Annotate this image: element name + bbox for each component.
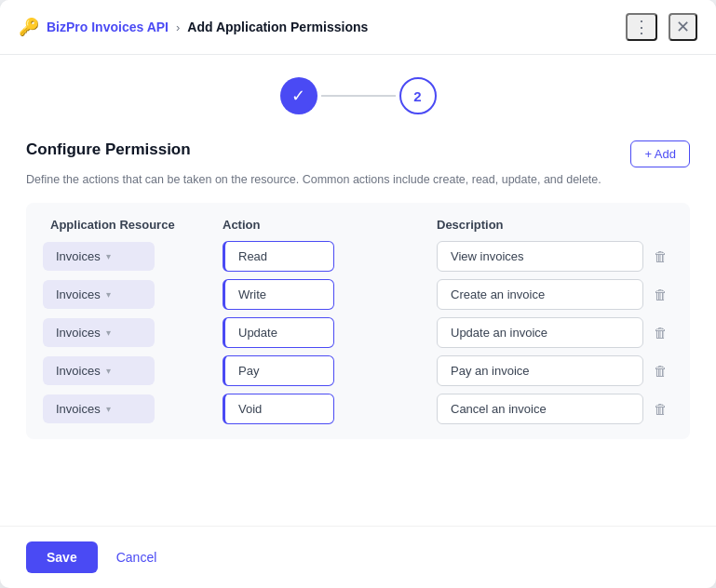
resource-caret-icon-1: ▾: [106, 289, 111, 300]
modal-body: ✓ 2 Configure Permission + Add Define th…: [0, 55, 716, 526]
cell-delete-4: 🗑: [643, 397, 673, 421]
table-header-row: Application Resource Action Description: [43, 218, 673, 241]
cell-delete-3: 🗑: [643, 359, 673, 382]
action-value-4[interactable]: Void: [223, 394, 334, 424]
more-options-button[interactable]: ⋮: [626, 13, 657, 41]
cell-action-4: Void: [215, 394, 429, 424]
delete-row-button-2[interactable]: 🗑: [650, 321, 671, 344]
key-icon: 🔑: [19, 17, 39, 37]
api-name-link[interactable]: BizPro Invoices API: [47, 20, 169, 34]
section-title: Configure Permission: [26, 140, 191, 159]
delete-row-button-4[interactable]: 🗑: [650, 397, 671, 421]
step-2-circle: 2: [399, 77, 437, 114]
action-value-1[interactable]: Write: [223, 279, 334, 310]
delete-row-button-0[interactable]: 🗑: [650, 245, 671, 268]
table-row: Invoices ▾ Write Create an invoice 🗑: [43, 279, 673, 310]
step-1-check-icon: ✓: [291, 86, 305, 106]
table-row: Invoices ▾ Update Update an invoice 🗑: [43, 317, 673, 348]
cell-description-4: Cancel an invoice: [429, 394, 643, 424]
cell-description-3: Pay an invoice: [429, 355, 643, 386]
cell-resource-2: Invoices ▾: [43, 318, 215, 347]
modal-header: 🔑 BizPro Invoices API › Add Application …: [0, 0, 716, 55]
description-value-4[interactable]: Cancel an invoice: [437, 394, 643, 424]
resource-value-4[interactable]: Invoices ▾: [43, 394, 155, 423]
cell-description-1: Create an invoice: [429, 279, 643, 310]
delete-row-button-1[interactable]: 🗑: [650, 283, 671, 306]
breadcrumb-chevron: ›: [176, 20, 180, 34]
cell-delete-1: 🗑: [643, 283, 673, 306]
delete-row-button-3[interactable]: 🗑: [650, 359, 671, 382]
modal-footer: Save Cancel: [0, 526, 716, 588]
cell-action-3: Pay: [215, 355, 429, 386]
cell-resource-0: Invoices ▾: [43, 242, 215, 271]
step-1-done: ✓: [280, 77, 317, 114]
resource-value-0[interactable]: Invoices ▾: [43, 242, 155, 271]
action-value-2[interactable]: Update: [223, 317, 334, 348]
table-row: Invoices ▾ Read View invoices 🗑: [43, 241, 673, 272]
cell-action-1: Write: [215, 279, 429, 310]
close-button[interactable]: ✕: [669, 13, 697, 41]
resource-value-2[interactable]: Invoices ▾: [43, 318, 155, 347]
cell-action-2: Update: [215, 317, 429, 348]
table-body: Invoices ▾ Read View invoices 🗑 Invoices…: [43, 241, 673, 424]
step-2-label: 2: [413, 88, 421, 104]
cancel-button[interactable]: Cancel: [109, 541, 165, 573]
cell-resource-1: Invoices ▾: [43, 280, 215, 309]
page-title: Add Application Permissions: [187, 20, 368, 34]
resource-caret-icon-4: ▾: [106, 404, 111, 414]
description-value-1[interactable]: Create an invoice: [437, 279, 643, 310]
step-connector-line: [321, 95, 396, 97]
action-value-3[interactable]: Pay: [223, 355, 334, 386]
resource-value-3[interactable]: Invoices ▾: [43, 356, 155, 385]
section-description: Define the actions that can be taken on …: [26, 173, 690, 186]
description-value-3[interactable]: Pay an invoice: [437, 355, 643, 386]
cell-delete-2: 🗑: [643, 321, 673, 344]
add-permission-button[interactable]: + Add: [630, 140, 690, 167]
resource-caret-icon-0: ▾: [106, 251, 111, 261]
col-header-delete: [636, 218, 666, 232]
section-header: Configure Permission + Add: [26, 140, 690, 167]
col-header-action: Action: [223, 218, 437, 232]
cell-description-2: Update an invoice: [429, 317, 643, 348]
header-actions: ⋮ ✕: [626, 13, 697, 41]
save-button[interactable]: Save: [26, 541, 98, 573]
col-header-description: Description: [437, 218, 636, 232]
resource-value-1[interactable]: Invoices ▾: [43, 280, 155, 309]
description-value-0[interactable]: View invoices: [437, 241, 643, 272]
resource-caret-icon-2: ▾: [106, 327, 111, 338]
cell-description-0: View invoices: [429, 241, 643, 272]
permissions-table: Application Resource Action Description …: [26, 203, 690, 439]
description-value-2[interactable]: Update an invoice: [437, 317, 643, 348]
cell-resource-3: Invoices ▾: [43, 356, 215, 385]
action-value-0[interactable]: Read: [223, 241, 334, 272]
table-row: Invoices ▾ Void Cancel an invoice 🗑: [43, 394, 673, 424]
table-row: Invoices ▾ Pay Pay an invoice 🗑: [43, 355, 673, 386]
resource-caret-icon-3: ▾: [106, 366, 111, 376]
modal-container: 🔑 BizPro Invoices API › Add Application …: [0, 0, 716, 588]
col-header-resource: Application Resource: [50, 218, 223, 232]
cell-action-0: Read: [215, 241, 429, 272]
cell-resource-4: Invoices ▾: [43, 394, 215, 423]
cell-delete-0: 🗑: [643, 245, 673, 268]
stepper: ✓ 2: [26, 77, 690, 114]
